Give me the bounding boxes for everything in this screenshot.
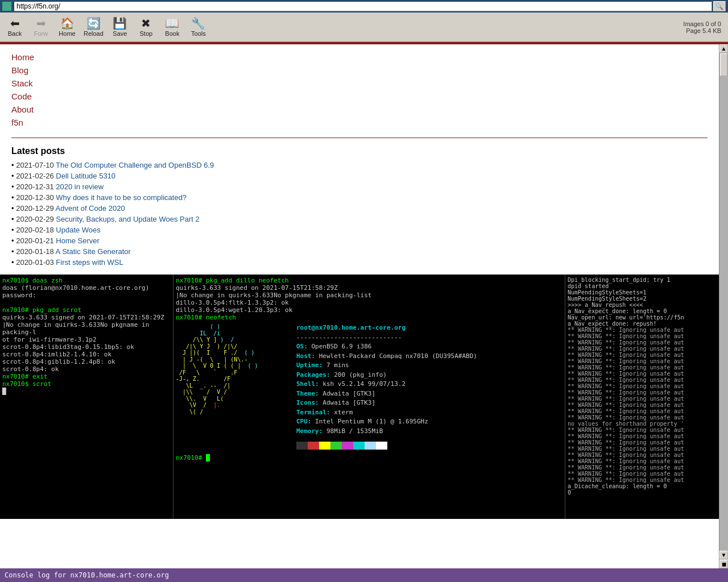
save-button[interactable]: 💾 Save <box>107 14 133 40</box>
home-icon: 🏠 <box>60 18 75 29</box>
neofetch-sep: ---------------------------- <box>296 333 477 343</box>
post-link[interactable]: 2020 in review <box>56 182 104 191</box>
terminal-line: ** WARNING **: Ignoring unsafe aut <box>568 396 717 402</box>
nav-divider <box>11 138 708 138</box>
terminal-line: dpid started <box>568 283 717 289</box>
term1-prompt4: nx7010$ scrot <box>2 380 171 388</box>
tools-label: Tools <box>191 30 206 37</box>
post-link[interactable]: Security, Backups, and Update Woes Part … <box>56 215 199 223</box>
scroll-thumb[interactable] <box>720 53 727 76</box>
post-link[interactable]: The Old Computer Challenge and OpenBSD 6… <box>56 161 214 169</box>
scroll-corner-button[interactable]: ◼ <box>719 560 728 568</box>
term1-cursor: █ <box>2 388 171 395</box>
post-link[interactable]: Home Server <box>56 236 100 245</box>
terminal-line: ** WARNING **: Ignoring unsafe aut <box>568 377 717 383</box>
neofetch-output: ( ) IL /i /\\ Y ] ) / /|\ Y J ) /|\/ J |… <box>176 323 562 450</box>
terminal-line: ** WARNING **: Ignoring unsafe aut <box>568 358 717 364</box>
neofetch-os: OS: OpenBSD 6.9 i386 <box>296 342 477 352</box>
latest-posts-heading: Latest posts <box>11 146 708 156</box>
browser-content: HomeBlogStackCodeAboutf5n Latest posts 2… <box>0 44 719 568</box>
list-item: 2020-01-21 Home Server <box>11 236 708 245</box>
stop-button[interactable]: ✖ Stop <box>134 14 159 40</box>
list-item: 2020-12-31 2020 in review <box>11 182 708 191</box>
list-item: 2020-01-03 First steps with WSL <box>11 258 708 267</box>
nav-link-about[interactable]: About <box>11 105 708 114</box>
scroll-down-button[interactable]: ▼ <box>719 551 728 559</box>
terminal-3: Dpi_blocking_start_dpid; try 1dpid start… <box>565 275 719 519</box>
post-link[interactable]: Why does it have to be so complicated? <box>56 193 187 202</box>
neofetch-icons: Icons: Adwaita [GTK3] <box>296 398 477 408</box>
nav-link-blog[interactable]: Blog <box>11 65 708 75</box>
neofetch-host: Host: Hewlett-Packard Compaq nx7010 (DU3… <box>296 352 477 361</box>
reload-button[interactable]: 🔄 Reload <box>81 14 106 40</box>
terminal-line: a_Nav_expect_done: repush! <box>568 321 717 327</box>
terminal-line: ** WARNING **: Ignoring unsafe aut <box>568 427 717 433</box>
reload-icon: 🔄 <box>86 18 101 29</box>
terminal-2: nx7010# pkg_add dillo neofetch quirks-3.… <box>173 275 565 519</box>
neofetch-info: root@nx7010.home.art-core.org ----------… <box>296 323 477 450</box>
post-link[interactable]: First steps with WSL <box>56 258 123 267</box>
posts-list: 2021-07-10 The Old Computer Challenge an… <box>11 161 708 267</box>
list-item: 2021-02-26 Dell Latitude 5310 <box>11 172 708 180</box>
back-button[interactable]: ⬅ Back <box>2 14 27 40</box>
bookmarks-button[interactable]: 📖 Book <box>160 14 185 40</box>
term2-line1: quirks-3.633 signed on 2021-07-15T21:58:… <box>176 284 562 292</box>
term1-line6: scrot-0.8p4:imlib2-1.4.10: ok <box>2 351 171 358</box>
terminal-line: a_Dicache_cleanup: length = 0 <box>568 483 717 489</box>
neofetch-packages: Packages: 200 (pkg_info) <box>296 371 477 380</box>
images-label: Images 0 of 0 <box>683 20 721 27</box>
color-block-cyan <box>353 442 365 450</box>
tools-icon: 🔧 <box>191 18 205 29</box>
page-info: Images 0 of 0 Page 5.4 KB <box>683 20 726 34</box>
terminal-line: no values for shorthand property ' <box>568 421 717 427</box>
terminal-line: >>>> a_Nav_repush <<<< <box>568 302 717 308</box>
term1-prompt3: nx7010# exit <box>2 373 171 380</box>
tools-button[interactable]: 🔧 Tools <box>186 14 211 40</box>
terminal-line: ** WARNING **: Ignoring unsafe aut <box>568 452 717 458</box>
terminal-line: 0 <box>568 489 717 496</box>
scroll-up-button[interactable]: ▲ <box>719 44 728 53</box>
nav-link-stack[interactable]: Stack <box>11 78 708 88</box>
color-block-yellow <box>319 442 330 450</box>
nav-link-home[interactable]: Home <box>11 52 708 62</box>
term1-line1: doas (florian@nx7010.home.art-core.org) … <box>2 284 171 299</box>
color-block-magenta <box>342 442 353 450</box>
post-link[interactable]: Update Woes <box>56 226 101 234</box>
term1-line2: quirks-3.633 signed on 2021-07-15T21:58:… <box>2 314 171 321</box>
neofetch-ascii: ( ) IL /i /\\ Y ] ) / /|\ Y J ) /|\/ J |… <box>176 323 289 450</box>
term2-line3: dillo-3.0.5p4:fltk-1.3.3p2: ok <box>176 299 562 306</box>
statusbar-text: Console log for nx7010.home.art-core.org <box>5 571 169 579</box>
home-button[interactable]: 🏠 Home <box>55 14 80 40</box>
terminal-line: ** WARNING **: Ignoring unsafe aut <box>568 352 717 358</box>
terminal-line: a_Nav_expect_done: length = 0 <box>568 308 717 314</box>
search-button[interactable]: 🔍 <box>713 1 726 11</box>
post-link[interactable]: Dell Latitude 5310 <box>56 172 115 180</box>
color-block-green <box>330 442 342 450</box>
nav-menu: HomeBlogStackCodeAboutf5n <box>0 44 719 135</box>
nav-link-f5n[interactable]: f5n <box>11 118 708 127</box>
terminal-line: ** WARNING **: Ignoring unsafe aut <box>568 383 717 389</box>
statusbar: Console log for nx7010.home.art-core.org <box>0 568 728 582</box>
toolbar: ⬅ Back ➡ Forw 🏠 Home 🔄 Reload 💾 Save ✖ S… <box>0 13 728 42</box>
post-link[interactable]: Advent of Code 2020 <box>56 204 125 213</box>
terminal-line: NumPendingStyleSheets=1 <box>568 289 717 296</box>
terminal-line: ** WARNING **: Ignoring unsafe aut <box>568 414 717 421</box>
nav-link-code[interactable]: Code <box>11 92 708 101</box>
post-link[interactable]: A Static Site Generator <box>56 247 131 256</box>
url-bar[interactable] <box>14 1 712 11</box>
forward-button[interactable]: ➡ Forw <box>28 14 53 40</box>
neofetch-terminal: Terminal: xterm <box>296 408 477 418</box>
page-size-label: Page 5.4 KB <box>686 27 721 34</box>
stop-label: Stop <box>140 30 153 37</box>
home-label: Home <box>59 30 75 37</box>
stop-icon: ✖ <box>141 18 151 29</box>
terminal-line: Dpi_blocking_start_dpid; try 1 <box>568 277 717 283</box>
list-item: 2020-12-29 Advent of Code 2020 <box>11 204 708 213</box>
term1-line4: ot for iwi-firmware-3.1p2 <box>2 336 171 343</box>
terminal-line: ** WARNING **: Ignoring unsafe aut <box>568 327 717 333</box>
terminal-line: ** WARNING **: Ignoring unsafe aut <box>568 464 717 471</box>
color-block-black <box>296 442 308 450</box>
color-block-white <box>376 442 387 450</box>
term1-prompt2: nx7010# pkg_add scrot <box>2 306 171 314</box>
scrollbar: ▲ ▼ ◼ <box>719 44 728 568</box>
